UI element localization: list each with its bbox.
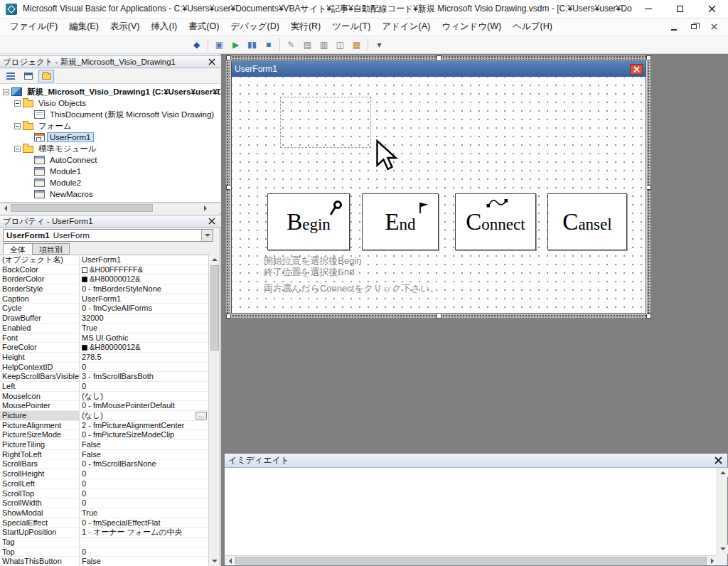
resize-handle[interactable] — [646, 55, 651, 60]
property-row[interactable]: Cycle0 - fmCycleAllForms — [0, 304, 208, 314]
scroll-down-button[interactable] — [718, 545, 728, 554]
ellipsis-button[interactable]: … — [196, 412, 207, 420]
property-row[interactable]: PictureTilingFalse — [0, 440, 208, 450]
immediate-input-area[interactable] — [225, 468, 716, 554]
property-row[interactable]: MouseIcon(なし) — [0, 392, 208, 402]
mdi-restore-button[interactable] — [687, 21, 701, 33]
collapse-icon[interactable] — [14, 100, 21, 107]
scroll-right-button[interactable] — [200, 203, 210, 213]
property-row[interactable]: WhatsThisButtonFalse — [0, 557, 208, 566]
tree-item[interactable]: フォーム — [0, 120, 220, 132]
resize-handle[interactable] — [226, 314, 231, 319]
property-row[interactable]: PictureAlignment2 - fmPictureAlignmentCe… — [0, 421, 208, 431]
immediate-header[interactable]: イミディエイト — [225, 454, 727, 468]
collapse-icon[interactable] — [14, 146, 21, 152]
property-row[interactable]: BorderColor&H80000012& — [0, 274, 208, 284]
insert-userform-icon[interactable]: ▣ — [211, 37, 228, 53]
menu-item[interactable]: 書式(O) — [183, 18, 225, 35]
menu-item[interactable]: 実行(R) — [285, 18, 326, 35]
property-row[interactable]: FontMS UI Gothic — [0, 333, 208, 343]
form-label[interactable]: 両方選んだらConnectをクリック下さい。 — [264, 282, 439, 295]
selector-dropdown-button[interactable] — [201, 230, 213, 241]
resize-handle[interactable] — [437, 314, 441, 319]
property-row[interactable]: ShowModalTrue — [0, 508, 208, 518]
property-row[interactable]: Picture(なし)… — [0, 411, 208, 421]
scroll-thumb[interactable] — [11, 204, 153, 212]
view-code-button[interactable] — [3, 70, 18, 82]
property-row[interactable]: (オブジェクト名)UserForm1 — [0, 255, 208, 265]
resize-handle[interactable] — [646, 185, 651, 190]
property-row[interactable]: BorderStyle0 - fmBorderStyleNone — [0, 284, 208, 294]
property-row[interactable]: ScrollWidth0 — [0, 498, 208, 508]
property-row[interactable]: ScrollLeft0 — [0, 479, 208, 489]
project-explorer-icon[interactable]: ▤ — [299, 37, 316, 53]
tree-item[interactable]: Visio Objects — [0, 97, 220, 109]
mdi-minimize-button[interactable] — [667, 21, 681, 33]
scroll-up-button[interactable] — [718, 468, 728, 477]
object-browser-icon[interactable]: ◫ — [332, 37, 348, 53]
properties-vscrollbar[interactable] — [208, 255, 220, 566]
property-row[interactable]: HelpContextID0 — [0, 363, 208, 373]
property-row[interactable]: SpecialEffect0 - fmSpecialEffectFlat — [0, 518, 208, 528]
property-row[interactable]: CaptionUserForm1 — [0, 294, 208, 304]
property-row[interactable]: ScrollHeight0 — [0, 469, 208, 479]
resize-handle[interactable] — [437, 55, 441, 60]
toolbox-icon[interactable]: ▦ — [348, 37, 365, 53]
property-row[interactable]: Left0 — [0, 382, 208, 392]
tree-item[interactable]: ThisDocument (新規 Microsoft Visio Drawing… — [0, 109, 220, 120]
tree-item[interactable]: AutoConnect — [0, 154, 220, 166]
mdi-close-button[interactable] — [707, 21, 721, 33]
tree-item[interactable]: NewMacros — [0, 188, 220, 200]
property-row[interactable]: ScrollTop0 — [0, 489, 208, 499]
tree-item[interactable]: Module1 — [0, 166, 220, 177]
tab-categorized[interactable]: 項目別 — [33, 243, 70, 255]
scroll-thumb[interactable] — [210, 265, 219, 351]
menu-item[interactable]: 挿入(I) — [145, 18, 183, 35]
tree-item[interactable]: UserForm1 — [0, 132, 220, 143]
menu-item[interactable]: アドイン(A) — [376, 18, 436, 35]
project-hscrollbar[interactable] — [0, 203, 220, 213]
property-row[interactable]: EnabledTrue — [0, 324, 208, 333]
userform-client[interactable]: BeginEndConnectCansel 開始位置を選択後Begin終了位置を… — [232, 77, 646, 313]
immediate-vscrollbar[interactable] — [717, 468, 727, 554]
reset-icon[interactable]: ■ — [260, 37, 277, 53]
resize-handle[interactable] — [226, 55, 231, 60]
minimize-button[interactable] — [632, 0, 664, 18]
property-row[interactable]: MousePointer0 - fmMousePointerDefault — [0, 401, 208, 411]
tree-item[interactable]: 標準モジュール — [0, 143, 220, 154]
userform-titlebar[interactable]: UserForm1 — [232, 61, 646, 77]
property-row[interactable]: RightToLeftFalse — [0, 450, 208, 460]
tree-item[interactable]: Module2 — [0, 177, 220, 188]
properties-close-button[interactable] — [206, 216, 218, 226]
design-mode-icon[interactable]: ✎ — [283, 37, 299, 53]
userform-close-button[interactable] — [630, 64, 643, 75]
toolbar-options-icon[interactable]: ▾ — [371, 37, 387, 53]
end-button[interactable]: End — [362, 193, 439, 250]
break-icon[interactable]: ▮▮ — [244, 37, 260, 53]
collapse-icon[interactable] — [14, 123, 21, 129]
scroll-down-button[interactable] — [210, 557, 220, 566]
scroll-up-button[interactable] — [210, 255, 220, 264]
tree-item[interactable]: 新規_Microsoft_Visio_Drawing1 (C:¥Users¥us… — [0, 86, 220, 97]
maximize-button[interactable] — [664, 0, 696, 18]
property-row[interactable]: Height278.5 — [0, 353, 208, 363]
menu-item[interactable]: デバッグ(D) — [225, 18, 285, 35]
begin-button[interactable]: Begin — [267, 193, 350, 250]
properties-window-icon[interactable]: ▥ — [316, 37, 332, 53]
view-object-button[interactable] — [21, 70, 36, 82]
property-row[interactable]: ForeColor&H80000012& — [0, 343, 208, 353]
scroll-left-button[interactable] — [0, 203, 10, 213]
resize-handle[interactable] — [646, 314, 651, 319]
view-visio-icon[interactable]: ◆ — [188, 37, 205, 53]
scroll-left-button[interactable] — [225, 556, 235, 565]
tab-alphabetic[interactable]: 全体 — [3, 243, 33, 255]
connect-button[interactable]: Connect — [455, 193, 536, 250]
menu-item[interactable]: ファイル(F) — [4, 18, 63, 35]
menu-item[interactable]: 表示(V) — [105, 18, 146, 35]
immediate-hscrollbar[interactable] — [225, 555, 717, 565]
project-close-button[interactable] — [206, 57, 218, 67]
form-label[interactable]: 終了位置を選択後End — [264, 266, 354, 279]
image-control-placeholder[interactable] — [280, 97, 371, 148]
cansel-button[interactable]: Cansel — [547, 193, 627, 250]
property-row[interactable]: BackColor&H00FFFFFF& — [0, 265, 208, 275]
